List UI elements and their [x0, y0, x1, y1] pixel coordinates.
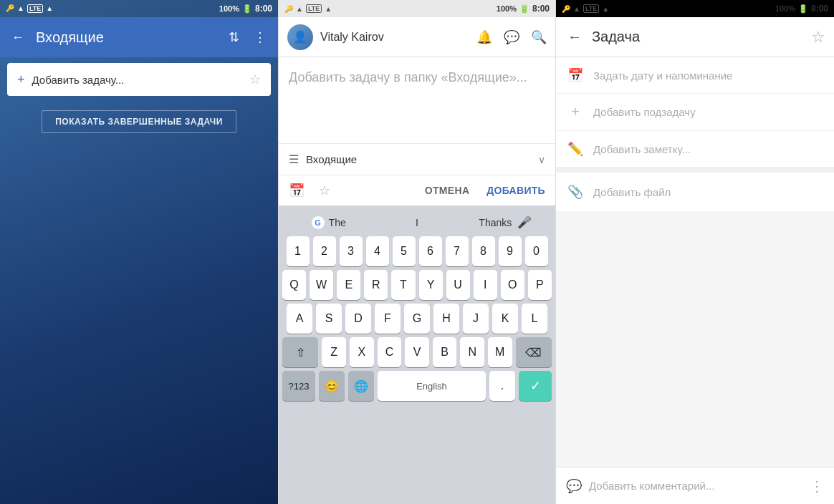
detail-item-note[interactable]: ✏️ Добавить заметку... [556, 131, 834, 167]
key-r[interactable]: R [364, 270, 388, 300]
period-key[interactable]: . [489, 371, 515, 401]
keyboard: G The I Thanks 🎤 1 2 3 4 5 6 7 8 9 0 Q W [279, 205, 555, 504]
suggestion-i[interactable]: I [373, 214, 461, 231]
note-detail-icon: ✏️ [567, 141, 583, 157]
toolbar-inbox: ← Входящие ⇅ ⋮ [0, 17, 278, 57]
panel-task-detail: 🔑 ▲ LTE ▲ 100% 🔋 8:00 ← Задача ☆ 📅 Задат… [556, 0, 834, 504]
task-star-icon[interactable]: ☆ [811, 28, 825, 47]
chat-icon[interactable]: 💬 [504, 29, 519, 45]
cancel-button[interactable]: ОТМЕНА [425, 185, 469, 196]
attachment-icon: 📎 [567, 184, 583, 200]
globe-key[interactable]: 🌐 [348, 371, 374, 401]
key-t[interactable]: T [391, 270, 415, 300]
key-d[interactable]: D [345, 304, 371, 334]
key-h[interactable]: H [433, 304, 459, 334]
battery-icon-3: 🔋 [798, 4, 808, 14]
key-8[interactable]: 8 [472, 236, 495, 266]
key-f[interactable]: F [375, 304, 401, 334]
key-s[interactable]: S [316, 304, 342, 334]
key-5[interactable]: 5 [393, 236, 416, 266]
more-button[interactable]: ⋮ [251, 26, 269, 48]
user-name: Vitaly Kairov [320, 31, 469, 44]
toolbar-actions: ⇅ ⋮ [226, 26, 269, 48]
key-e[interactable]: E [337, 270, 360, 300]
suggestions-row: G The I Thanks 🎤 [280, 210, 554, 236]
key-a[interactable]: A [287, 304, 312, 334]
task-star-icon[interactable]: ☆ [249, 72, 261, 87]
comment-placeholder[interactable]: Добавить комментарий... [589, 480, 802, 492]
suggestion-google[interactable]: G The [284, 213, 373, 232]
key-m[interactable]: M [488, 337, 512, 367]
calendar-detail-icon: 📅 [567, 67, 583, 83]
key-0[interactable]: 0 [525, 236, 548, 266]
key-o[interactable]: O [501, 270, 524, 300]
sort-button[interactable]: ⇅ [226, 26, 242, 48]
battery-percent-3: 100% [775, 4, 795, 13]
action-star-icon[interactable]: ☆ [319, 183, 330, 198]
suggestion-thanks[interactable]: Thanks 🎤 [461, 213, 550, 232]
asdf-row: A S D F G H J K L [280, 304, 554, 334]
key-n[interactable]: N [460, 337, 484, 367]
detail-item-subtask[interactable]: + Добавить подзадачу [556, 94, 834, 131]
panel-inbox: 🔑 ▲ LTE ▲ 100% 🔋 8:00 ← Входящие ⇅ ⋮ + Д… [0, 0, 278, 504]
avatar: 👤 [287, 24, 313, 50]
key-v[interactable]: V [405, 337, 429, 367]
key-u[interactable]: U [446, 270, 470, 300]
backspace-key[interactable]: ⌫ [516, 337, 552, 367]
key-6[interactable]: 6 [419, 236, 442, 266]
show-completed-button[interactable]: ПОКАЗАТЬ ЗАВЕРШЕННЫЕ ЗАДАЧИ [42, 110, 236, 133]
key-9[interactable]: 9 [499, 236, 522, 266]
key-z[interactable]: Z [322, 337, 346, 367]
calendar-icon[interactable]: 📅 [289, 183, 305, 198]
key-icon: 🔑 [6, 4, 14, 12]
comment-more-icon[interactable]: ⋮ [810, 478, 824, 495]
search-icon[interactable]: 🔍 [531, 29, 547, 45]
key-x[interactable]: X [350, 337, 374, 367]
back-button[interactable]: ← [9, 27, 27, 48]
key-i[interactable]: I [474, 270, 497, 300]
sym-key[interactable]: ?123 [282, 371, 315, 401]
enter-key[interactable]: ✓ [519, 371, 552, 401]
key-1[interactable]: 1 [287, 236, 310, 266]
key-k[interactable]: K [492, 304, 518, 334]
key-p[interactable]: P [528, 270, 552, 300]
suggestion-the[interactable]: The [329, 217, 346, 228]
key-b[interactable]: B [433, 337, 457, 367]
shift-key[interactable]: ⇧ [282, 337, 318, 367]
zxcv-row: ⇧ Z X C V B N M ⌫ [280, 337, 554, 367]
key-c[interactable]: C [378, 337, 402, 367]
task-input-area[interactable]: Добавить задачу в папку «Входящие»... [279, 57, 555, 143]
date-reminder-text: Задать дату и напоминание [593, 69, 732, 82]
mic-icon[interactable]: 🎤 [517, 215, 532, 229]
key-l[interactable]: L [522, 304, 547, 334]
key-q[interactable]: Q [282, 270, 306, 300]
key-y[interactable]: Y [419, 270, 443, 300]
add-task-row[interactable]: + Добавить задачу... ☆ [7, 63, 271, 96]
key-w[interactable]: W [310, 270, 333, 300]
status-right-2: 100% 🔋 8:00 [497, 4, 550, 14]
add-button[interactable]: ДОБАВИТЬ [486, 185, 545, 196]
key-j[interactable]: J [463, 304, 489, 334]
key-7[interactable]: 7 [446, 236, 469, 266]
bell-icon[interactable]: 🔔 [476, 29, 492, 45]
detail-item-date[interactable]: 📅 Задать дату и напоминание [556, 57, 834, 94]
back-button-3[interactable]: ← [565, 26, 585, 48]
key-3[interactable]: 3 [340, 236, 363, 266]
attachment-text: Добавить файл [593, 186, 671, 198]
key-4[interactable]: 4 [366, 236, 389, 266]
space-key[interactable]: English [378, 371, 486, 401]
key-g[interactable]: G [404, 304, 430, 334]
clock-2: 8:00 [532, 4, 550, 14]
folder-selector[interactable]: ☰ Входящие ∨ [279, 143, 555, 175]
toolbar-task: ← Задача ☆ [556, 17, 834, 57]
status-left: 🔑 ▲ LTE ▲ [6, 4, 53, 14]
lte-badge-2: LTE [306, 4, 322, 13]
emoji-key[interactable]: 😊 [319, 371, 345, 401]
status-right-3: 100% 🔋 8:00 [775, 4, 828, 14]
page-title: Входящие [36, 29, 217, 46]
battery-percent-2: 100% [497, 4, 517, 13]
key-2[interactable]: 2 [313, 236, 336, 266]
detail-list: 📅 Задать дату и напоминание + Добавить п… [556, 57, 834, 173]
attachment-item[interactable]: 📎 Добавить файл [556, 173, 834, 211]
wifi-icon-3: ▲ [573, 5, 580, 13]
